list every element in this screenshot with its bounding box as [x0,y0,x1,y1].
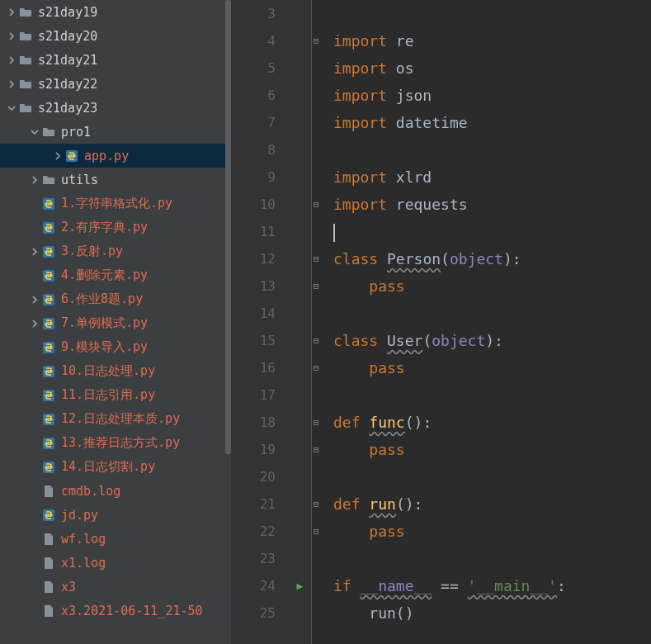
svg-rect-3 [43,246,54,258]
svg-rect-8 [43,366,54,377]
chevron-right-icon[interactable] [28,245,41,258]
chevron-right-icon[interactable] [5,54,18,67]
folder-icon [18,101,33,116]
chevron-down-icon[interactable] [28,125,41,139]
python-file-icon [41,292,56,307]
code-line[interactable]: class User(object): [333,327,651,354]
chevron-right-icon[interactable] [28,173,41,187]
code-line[interactable] [333,463,651,490]
tree-item[interactable]: jd.py [0,503,231,527]
code-line[interactable]: import os [333,54,651,82]
tree-item[interactable]: utils [0,168,231,192]
tree-item[interactable]: 7.单例模式.py [0,311,231,335]
tree-item[interactable]: 3.反射.py [0,239,231,263]
code-token: User [387,332,422,349]
code-line[interactable] [333,0,651,27]
code-line[interactable]: pass [333,436,651,463]
tree-item[interactable]: app.py [0,144,231,168]
tree-item[interactable]: 2.有序字典.py [0,215,231,239]
code-token: ): [485,332,503,349]
code-line[interactable]: import json [333,82,651,109]
svg-rect-4 [43,270,54,282]
sidebar-scrollbar-thumb[interactable] [225,0,231,454]
tree-item-label: 12.日志处理本质.py [61,411,180,427]
fold-toggle-icon[interactable] [312,27,328,54]
code-line[interactable] [333,545,651,572]
code-line[interactable]: run() [333,599,651,627]
code-area[interactable]: import reimport osimport jsonimport date… [328,0,651,644]
fold-toggle-icon[interactable] [312,409,328,436]
tree-item-label: s21day21 [38,53,97,68]
fold-toggle-icon[interactable] [312,490,328,518]
tree-item[interactable]: 11.日志引用.py [0,383,231,407]
chevron-right-icon[interactable] [5,6,18,19]
fold-toggle-icon[interactable] [312,518,328,545]
tree-item[interactable]: wf.log [0,527,231,551]
tree-item[interactable]: x3.2021-06-11_21-50 [0,599,231,623]
tree-item[interactable]: x1.log [0,551,231,575]
code-line[interactable]: import xlrd [333,163,651,191]
fold-toggle-icon[interactable] [312,191,328,218]
code-line[interactable]: pass [333,354,651,381]
code-token: class [333,332,387,349]
chevron-right-icon[interactable] [28,317,41,330]
arrow-spacer [28,413,41,426]
chevron-right-icon[interactable] [5,30,18,43]
tree-item[interactable]: s21day19 [0,0,231,24]
fold-toggle-icon[interactable] [312,245,328,272]
tree-item[interactable]: 4.删除元素.py [0,263,231,287]
tree-item[interactable]: s21day21 [0,48,231,72]
chevron-right-icon[interactable] [28,293,41,306]
fold-toggle-icon[interactable] [312,354,328,381]
tree-item[interactable]: s21day23 [0,96,231,120]
chevron-down-icon[interactable] [5,102,18,115]
python-file-icon [41,268,56,283]
line-number: 8 [231,136,276,163]
code-line[interactable]: def func(): [333,409,651,436]
svg-rect-1 [43,198,54,210]
code-token: json [396,87,432,104]
tree-item[interactable]: s21day22 [0,72,231,96]
fold-column [312,0,328,644]
code-line[interactable]: if __name__ == '__main__': [333,572,651,599]
code-line[interactable] [333,300,651,327]
code-line[interactable]: pass [333,272,651,300]
code-token: pass [369,523,404,540]
fold-toggle-icon[interactable] [312,327,328,354]
tree-item[interactable]: 14.日志切割.py [0,455,231,479]
code-line[interactable]: import datetime [333,109,651,136]
tree-item-label: cmdb.log [61,484,120,499]
tree-item[interactable]: s21day20 [0,24,231,48]
tree-item[interactable]: 1.字符串格式化.py [0,192,231,215]
chevron-right-icon[interactable] [5,78,18,91]
python-file-icon [41,388,56,403]
tree-item[interactable]: 13.推荐日志方式.py [0,431,231,455]
code-line[interactable] [333,136,651,163]
tree-item[interactable]: pro1 [0,120,231,144]
code-line[interactable] [333,381,651,409]
tree-item[interactable]: 6.作业8题.py [0,287,231,311]
arrow-spacer [28,269,41,282]
run-gutter-icon[interactable]: ▶ [297,572,304,599]
arrow-spacer [28,556,41,570]
code-line[interactable]: class Person(object): [333,245,651,272]
tree-item[interactable]: 10.日志处理.py [0,359,231,383]
code-line[interactable] [333,218,651,245]
line-number: 21 [231,490,276,518]
tree-item[interactable]: x3 [0,575,231,599]
tree-item[interactable]: cmdb.log [0,479,231,503]
code-token: import [333,168,396,186]
code-editor[interactable]: 345678910111213141516171819202122232425 … [231,0,651,644]
line-number: 25 [231,599,276,627]
fold-toggle-icon[interactable] [312,436,328,463]
fold-toggle-icon[interactable] [312,272,328,300]
code-line[interactable]: import requests [333,191,651,218]
arrow-spacer [28,365,41,378]
chevron-right-icon[interactable] [51,149,64,163]
tree-item[interactable]: 12.日志处理本质.py [0,407,231,431]
code-line[interactable]: import re [333,27,651,54]
code-token: : [557,577,566,594]
code-line[interactable]: def run(): [333,490,651,518]
tree-item[interactable]: 9.模块导入.py [0,335,231,359]
code-line[interactable]: pass [333,518,651,545]
